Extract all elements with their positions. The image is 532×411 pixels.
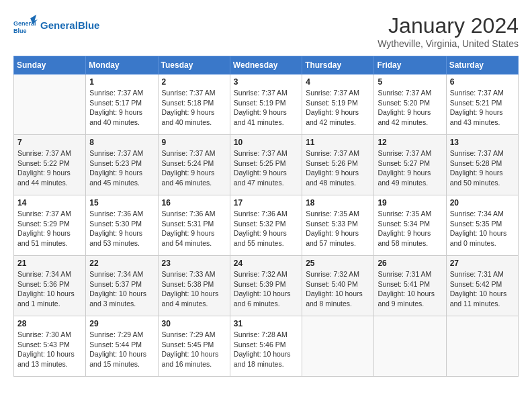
day-number: 6 [450, 77, 515, 87]
day-info: Sunrise: 7:37 AM Sunset: 5:21 PM Dayligh… [450, 88, 515, 128]
calendar-cell: 6Sunrise: 7:37 AM Sunset: 5:21 PM Daylig… [446, 75, 518, 135]
day-info: Sunrise: 7:37 AM Sunset: 5:26 PM Dayligh… [306, 148, 370, 188]
calendar-cell: 23Sunrise: 7:33 AM Sunset: 5:38 PM Dayli… [158, 256, 230, 316]
day-info: Sunrise: 7:35 AM Sunset: 5:33 PM Dayligh… [306, 209, 370, 248]
calendar-cell: 13Sunrise: 7:37 AM Sunset: 5:28 PM Dayli… [446, 135, 518, 195]
calendar-cell: 17Sunrise: 7:36 AM Sunset: 5:32 PM Dayli… [230, 195, 302, 256]
day-number: 7 [17, 138, 82, 147]
day-info: Sunrise: 7:32 AM Sunset: 5:40 PM Dayligh… [306, 269, 370, 309]
day-info: Sunrise: 7:34 AM Sunset: 5:37 PM Dayligh… [89, 269, 154, 309]
col-header-tuesday: Tuesday [158, 56, 230, 75]
calendar-cell: 18Sunrise: 7:35 AM Sunset: 5:33 PM Dayli… [302, 195, 374, 256]
page-header: General Blue GeneralBlue January 2024 Wy… [13, 13, 519, 49]
day-number: 2 [162, 77, 226, 87]
day-info: Sunrise: 7:36 AM Sunset: 5:32 PM Dayligh… [234, 209, 298, 248]
day-number: 3 [234, 77, 298, 87]
day-number: 4 [306, 77, 370, 87]
calendar-cell: 3Sunrise: 7:37 AM Sunset: 5:19 PM Daylig… [230, 75, 302, 135]
svg-text:Blue: Blue [13, 28, 27, 34]
day-number: 13 [450, 138, 515, 147]
day-info: Sunrise: 7:37 AM Sunset: 5:17 PM Dayligh… [89, 88, 154, 128]
day-info: Sunrise: 7:31 AM Sunset: 5:42 PM Dayligh… [450, 269, 515, 309]
calendar-cell: 1Sunrise: 7:37 AM Sunset: 5:17 PM Daylig… [86, 75, 158, 135]
calendar-cell: 29Sunrise: 7:29 AM Sunset: 5:44 PM Dayli… [86, 316, 158, 377]
day-number: 24 [234, 259, 298, 268]
calendar-cell: 31Sunrise: 7:28 AM Sunset: 5:46 PM Dayli… [230, 316, 302, 377]
day-number: 19 [378, 198, 442, 208]
day-info: Sunrise: 7:37 AM Sunset: 5:29 PM Dayligh… [17, 209, 82, 248]
logo-blue: Blue [78, 19, 100, 31]
day-info: Sunrise: 7:37 AM Sunset: 5:28 PM Dayligh… [450, 148, 515, 188]
day-number: 29 [89, 319, 154, 328]
calendar-cell: 5Sunrise: 7:37 AM Sunset: 5:20 PM Daylig… [374, 75, 446, 135]
calendar-cell: 15Sunrise: 7:36 AM Sunset: 5:30 PM Dayli… [86, 195, 158, 256]
day-info: Sunrise: 7:29 AM Sunset: 5:44 PM Dayligh… [89, 330, 154, 369]
day-number: 27 [450, 259, 515, 268]
day-number: 14 [17, 198, 82, 208]
col-header-wednesday: Wednesday [230, 56, 302, 75]
day-info: Sunrise: 7:37 AM Sunset: 5:19 PM Dayligh… [306, 88, 370, 128]
day-number: 9 [162, 138, 226, 147]
calendar-cell: 28Sunrise: 7:30 AM Sunset: 5:43 PM Dayli… [14, 316, 86, 377]
day-info: Sunrise: 7:36 AM Sunset: 5:31 PM Dayligh… [162, 209, 226, 248]
calendar-cell: 21Sunrise: 7:34 AM Sunset: 5:36 PM Dayli… [14, 256, 86, 316]
location-subtitle: Wytheville, Virginia, United States [378, 38, 519, 49]
day-info: Sunrise: 7:37 AM Sunset: 5:22 PM Dayligh… [17, 148, 82, 188]
calendar-cell: 19Sunrise: 7:35 AM Sunset: 5:34 PM Dayli… [374, 195, 446, 256]
calendar-cell: 30Sunrise: 7:29 AM Sunset: 5:45 PM Dayli… [158, 316, 230, 377]
col-header-saturday: Saturday [446, 56, 518, 75]
calendar-cell: 8Sunrise: 7:37 AM Sunset: 5:23 PM Daylig… [86, 135, 158, 195]
day-number: 16 [162, 198, 226, 208]
day-info: Sunrise: 7:37 AM Sunset: 5:19 PM Dayligh… [234, 88, 298, 128]
calendar-cell: 7Sunrise: 7:37 AM Sunset: 5:22 PM Daylig… [14, 135, 86, 195]
calendar-cell: 25Sunrise: 7:32 AM Sunset: 5:40 PM Dayli… [302, 256, 374, 316]
title-block: January 2024 Wytheville, Virginia, Unite… [378, 13, 519, 49]
calendar-cell: 24Sunrise: 7:32 AM Sunset: 5:39 PM Dayli… [230, 256, 302, 316]
day-number: 1 [89, 77, 154, 87]
col-header-thursday: Thursday [302, 56, 374, 75]
day-number: 20 [450, 198, 515, 208]
logo: General Blue GeneralBlue [13, 13, 99, 38]
col-header-monday: Monday [86, 56, 158, 75]
day-number: 12 [378, 138, 442, 147]
day-info: Sunrise: 7:37 AM Sunset: 5:24 PM Dayligh… [162, 148, 226, 188]
calendar-cell: 20Sunrise: 7:34 AM Sunset: 5:35 PM Dayli… [446, 195, 518, 256]
day-number: 17 [234, 198, 298, 208]
day-info: Sunrise: 7:31 AM Sunset: 5:41 PM Dayligh… [378, 269, 442, 309]
day-info: Sunrise: 7:29 AM Sunset: 5:45 PM Dayligh… [162, 330, 226, 369]
day-number: 28 [17, 319, 82, 328]
calendar-cell [14, 75, 86, 135]
day-info: Sunrise: 7:34 AM Sunset: 5:35 PM Dayligh… [450, 209, 515, 248]
col-header-sunday: Sunday [14, 56, 86, 75]
col-header-friday: Friday [374, 56, 446, 75]
day-number: 22 [89, 259, 154, 268]
logo-bird-icon: General Blue [13, 13, 38, 38]
day-number: 15 [89, 198, 154, 208]
day-info: Sunrise: 7:37 AM Sunset: 5:18 PM Dayligh… [162, 88, 226, 128]
calendar-cell [302, 316, 374, 377]
calendar-cell: 9Sunrise: 7:37 AM Sunset: 5:24 PM Daylig… [158, 135, 230, 195]
day-info: Sunrise: 7:37 AM Sunset: 5:23 PM Dayligh… [89, 148, 154, 188]
calendar-cell [446, 316, 518, 377]
calendar-cell: 22Sunrise: 7:34 AM Sunset: 5:37 PM Dayli… [86, 256, 158, 316]
day-info: Sunrise: 7:34 AM Sunset: 5:36 PM Dayligh… [17, 269, 82, 309]
day-number: 21 [17, 259, 82, 268]
day-info: Sunrise: 7:36 AM Sunset: 5:30 PM Dayligh… [89, 209, 154, 248]
logo-general: General [40, 19, 78, 31]
day-info: Sunrise: 7:37 AM Sunset: 5:27 PM Dayligh… [378, 148, 442, 188]
calendar-cell: 11Sunrise: 7:37 AM Sunset: 5:26 PM Dayli… [302, 135, 374, 195]
day-info: Sunrise: 7:37 AM Sunset: 5:20 PM Dayligh… [378, 88, 442, 128]
calendar-cell: 16Sunrise: 7:36 AM Sunset: 5:31 PM Dayli… [158, 195, 230, 256]
day-number: 8 [89, 138, 154, 147]
day-number: 30 [162, 319, 226, 328]
day-number: 11 [306, 138, 370, 147]
day-number: 18 [306, 198, 370, 208]
calendar-cell [374, 316, 446, 377]
day-number: 10 [234, 138, 298, 147]
calendar-cell: 14Sunrise: 7:37 AM Sunset: 5:29 PM Dayli… [14, 195, 86, 256]
day-number: 26 [378, 259, 442, 268]
day-info: Sunrise: 7:33 AM Sunset: 5:38 PM Dayligh… [162, 269, 226, 309]
calendar-cell: 12Sunrise: 7:37 AM Sunset: 5:27 PM Dayli… [374, 135, 446, 195]
calendar-cell: 4Sunrise: 7:37 AM Sunset: 5:19 PM Daylig… [302, 75, 374, 135]
day-number: 25 [306, 259, 370, 268]
